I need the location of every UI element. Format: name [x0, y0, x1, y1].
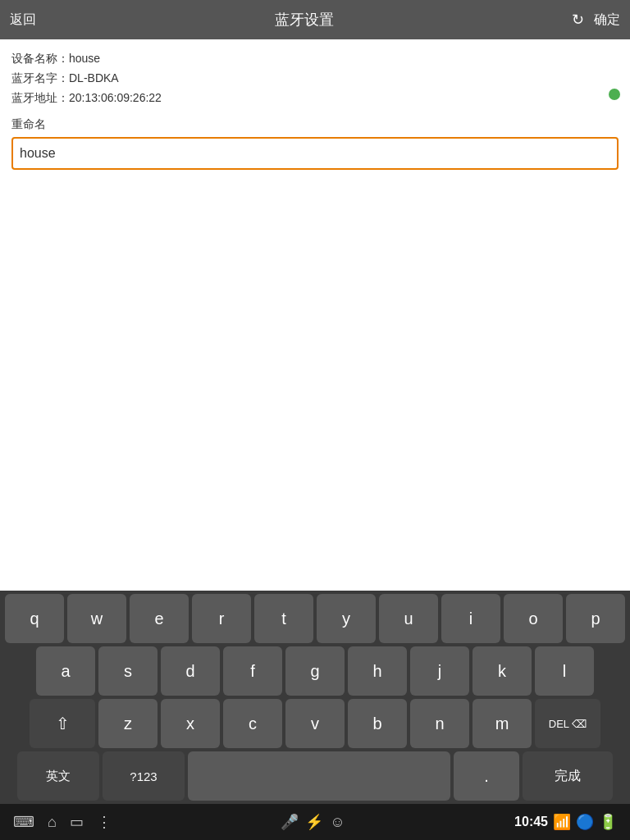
key-w[interactable]: w [67, 594, 126, 643]
bt-addr-line: 蓝牙地址：20:13:06:09:26:22 [11, 89, 619, 108]
content-area: 设备名称：house 蓝牙名字：DL-BDKA 蓝牙地址：20:13:06:09… [0, 39, 630, 180]
key-h[interactable]: h [348, 646, 407, 696]
rename-label: 重命名 [11, 117, 619, 132]
connection-status-dot [609, 89, 620, 100]
bluetooth-icon: 🔵 [576, 813, 594, 831]
keyboard-icon[interactable]: ⌨ [13, 813, 34, 831]
key-j[interactable]: j [410, 646, 469, 696]
rename-input[interactable] [11, 137, 619, 170]
key-g[interactable]: g [285, 646, 345, 696]
key-n[interactable]: n [410, 699, 469, 748]
battery-icon: 🔋 [599, 813, 617, 831]
keyboard-row-3: ⇧ z x c v b n m DEL ⌫ [2, 699, 628, 748]
statusbar: ⌨ ⌂ ▭ ⋮ 🎤 ⚡ ☺ 10:45 📶 🔵 🔋 [0, 804, 630, 840]
key-s[interactable]: s [98, 646, 158, 696]
key-r[interactable]: r [192, 594, 251, 643]
key-b[interactable]: b [348, 699, 407, 748]
key-p[interactable]: p [566, 594, 625, 643]
key-u[interactable]: u [379, 594, 438, 643]
key-t[interactable]: t [254, 594, 313, 643]
header: 返回 蓝牙设置 ↻ 确定 [0, 0, 630, 39]
shift-key[interactable]: ⇧ [30, 699, 95, 748]
mic-icon: 🎤 [281, 813, 299, 831]
language-key[interactable]: 英文 [17, 751, 99, 801]
dot-key[interactable]: . [454, 751, 519, 801]
space-key[interactable] [188, 751, 450, 801]
delete-key[interactable]: DEL ⌫ [535, 699, 600, 748]
keyboard-row-2: a s d f g h j k l [2, 646, 628, 696]
device-name-line: 设备名称：house [11, 49, 619, 69]
key-i[interactable]: i [441, 594, 500, 643]
key-l[interactable]: l [535, 646, 594, 696]
key-f[interactable]: f [223, 646, 282, 696]
wifi-icon: 📶 [553, 813, 571, 831]
page-title: 蓝牙设置 [275, 10, 334, 30]
back-button[interactable]: 返回 [10, 11, 36, 29]
key-v[interactable]: v [285, 699, 345, 748]
statusbar-center: 🎤 ⚡ ☺ [281, 813, 345, 831]
keyboard-row-1: q w e r t y u i o p [2, 594, 628, 643]
numpad-key[interactable]: ?123 [103, 751, 185, 801]
home-icon[interactable]: ⌂ [48, 814, 57, 831]
key-y[interactable]: y [317, 594, 376, 643]
keyboard-row-4: 英文 ?123 . 完成 [2, 751, 628, 801]
status-time: 10:45 [514, 815, 548, 829]
key-z[interactable]: z [98, 699, 158, 748]
keyboard: q w e r t y u i o p a s d f g h j k l ⇧ … [0, 591, 630, 804]
key-c[interactable]: c [223, 699, 282, 748]
key-e[interactable]: e [130, 594, 189, 643]
usb-icon: ⚡ [305, 813, 323, 831]
refresh-icon[interactable]: ↻ [572, 11, 584, 29]
back-nav-icon[interactable]: ▭ [70, 813, 84, 831]
key-m[interactable]: m [472, 699, 532, 748]
key-x[interactable]: x [161, 699, 220, 748]
bt-name-line: 蓝牙名字：DL-BDKA [11, 69, 619, 89]
face-icon: ☺ [330, 814, 345, 831]
confirm-button[interactable]: 确定 [594, 11, 620, 29]
key-q[interactable]: q [5, 594, 64, 643]
statusbar-left: ⌨ ⌂ ▭ ⋮ [13, 813, 112, 831]
key-a[interactable]: a [36, 646, 95, 696]
key-o[interactable]: o [504, 594, 563, 643]
menu-icon[interactable]: ⋮ [97, 813, 112, 831]
key-k[interactable]: k [472, 646, 532, 696]
header-right: ↻ 确定 [572, 11, 620, 29]
key-d[interactable]: d [161, 646, 220, 696]
statusbar-right: 10:45 📶 🔵 🔋 [514, 813, 617, 831]
done-key[interactable]: 完成 [523, 751, 613, 801]
